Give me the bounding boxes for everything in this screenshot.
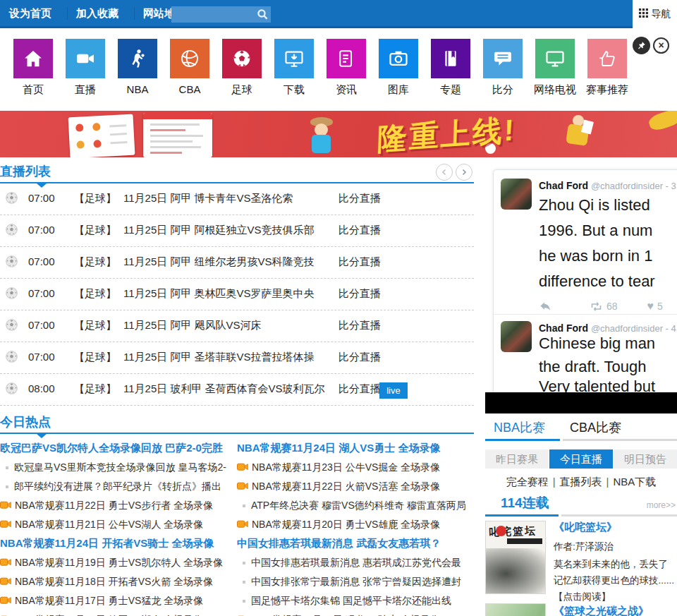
close-icon[interactable]: × (653, 37, 669, 54)
news-item[interactable]: NBA常规赛11月23日 公牛VS掘金 全场录像 (237, 458, 474, 477)
news-item[interactable]: 中国女排惠若琪最新消息 惠若琪成江苏党代会最 (237, 553, 474, 572)
tile-label: 专题 (440, 83, 461, 97)
tile-news[interactable]: 资讯 (320, 39, 372, 97)
tile-webtv[interactable]: 网络电视 (529, 39, 581, 97)
tile-home[interactable]: 首页 (7, 39, 59, 97)
match-title[interactable]: 11月25日 阿甲 博卡青年VS圣洛伦索 (123, 192, 293, 205)
live-row[interactable]: 07:00 【足球】 11月25日 阿甲 奥林匹奥VS罗萨里奥中央 比分直播 (0, 279, 474, 310)
tile-topics[interactable]: 专题 (425, 39, 477, 97)
read-link[interactable]: 【点击阅读】 (554, 588, 677, 605)
news-item[interactable]: NBA常规赛11月17日 勇士VS猛龙 全场录像 (0, 591, 233, 610)
set-homepage-link[interactable]: 设为首页 (9, 0, 51, 26)
news-item[interactable]: 欧冠皇马VS里斯本竞技全场录像回放 皇马客场2- (0, 458, 233, 477)
news-headline[interactable]: NBA常规赛11月24日 开拓者VS骑士 全场录像 (0, 534, 233, 553)
news-item[interactable]: NBA常规赛11月19日 勇士VS凯尔特人 全场录像 (0, 553, 233, 572)
home-icon (13, 39, 53, 78)
match-time: 07:00 (28, 192, 55, 204)
like-icon[interactable]: ♥5 (647, 300, 663, 313)
tab-cba[interactable]: CBA比赛 (570, 419, 621, 436)
next-arrow-icon[interactable] (456, 164, 472, 181)
book-title-link[interactable]: 《叱咤篮坛》 (554, 521, 677, 534)
news-item[interactable]: NBA常规赛11月22日 火箭VS活塞 全场录像 (237, 477, 474, 496)
bullet-icon (6, 466, 8, 469)
match-time: 07:00 (28, 351, 55, 363)
match-title[interactable]: 11月25日 阿甲 飓风队VS河床 (123, 319, 262, 332)
thumbs-up-icon (587, 39, 627, 78)
news-item[interactable]: NBA常规赛11月16日 猛龙VS骑士 全场录像 (237, 610, 474, 616)
news-item[interactable]: 中国女排张常宁最新消息 张常宁曾疑因选择遭封 (237, 572, 474, 591)
live-row[interactable]: 07:00 【足球】 11月25日 阿甲 阿根廷独立VS竞技俱乐部 比分直播 (0, 215, 474, 247)
live-list-link[interactable]: 直播列表 (560, 476, 602, 488)
promo-banner[interactable]: 隆重上线! (0, 111, 677, 157)
book-cover[interactable] (485, 603, 546, 616)
video-camera-icon (66, 39, 105, 78)
download-monitor-icon (274, 39, 314, 78)
tile-cba[interactable]: CBA (164, 39, 216, 97)
search-input[interactable] (174, 6, 256, 24)
score-live-link[interactable]: 比分直播 (338, 287, 381, 301)
match-title[interactable]: 11月25日 阿甲 圣塔菲联VS拉普拉塔体操 (123, 351, 315, 364)
camera-icon (237, 519, 248, 531)
more-link[interactable]: more>> (647, 500, 676, 510)
news-item[interactable]: NBA常规赛11月18日 开拓者VS火箭 全场录像 (0, 572, 233, 591)
score-live-link[interactable]: 比分直播 (338, 319, 381, 332)
news-headline[interactable]: 欧冠巴萨VS凯尔特人全场录像回放 巴萨2-0完胜 (0, 439, 233, 458)
news-item[interactable]: NBA常规赛11月16日 篮网VS湖人 全场录像 (0, 610, 233, 616)
match-title[interactable]: 11月25日 阿甲 纽维尔老男孩VS科隆竞技 (123, 255, 315, 269)
book-title-link[interactable]: 《篮球之光碳之战》 (554, 605, 677, 616)
news-headline[interactable]: NBA常规赛11月24日 湖人VS勇士 全场录像 (237, 439, 474, 458)
retweet-icon[interactable]: 68 (590, 301, 618, 312)
soccer-ball-icon (6, 287, 18, 301)
news-item[interactable]: NBA常规赛11月22日 勇士VS步行者 全场录像 (0, 496, 233, 515)
news-item[interactable]: 国足憾平卡塔尔集锦 国足憾平卡塔尔还能出线 (237, 591, 474, 610)
live-row[interactable]: 07:00 【足球】 11月25日 阿甲 飓风队VS河床 比分直播 (0, 310, 474, 342)
subtab-today[interactable]: 今日直播 (549, 449, 613, 469)
news-item[interactable]: NBA常规赛11月21日 公牛VS湖人 全场录像 (0, 515, 233, 534)
search-icon[interactable] (257, 8, 269, 23)
nba-download-link[interactable]: NBA下载 (613, 476, 656, 488)
score-live-link[interactable]: 比分直播 (338, 192, 381, 205)
subtab-yesterday[interactable]: 昨日赛果 (485, 449, 549, 469)
nav-menu-button[interactable]: 导航 (633, 0, 677, 28)
reply-icon[interactable] (539, 301, 551, 312)
live-badge[interactable]: live (379, 382, 408, 399)
tile-label: 比分 (492, 83, 513, 97)
live-row[interactable]: 07:00 【足球】 11月25日 阿甲 圣塔菲联VS拉普拉塔体操 比分直播 (0, 342, 474, 374)
score-live-link[interactable]: 比分直播 (338, 351, 381, 364)
prev-arrow-icon[interactable] (436, 164, 453, 181)
score-live-link[interactable]: 比分直播 (338, 382, 381, 396)
add-favorite-link[interactable]: 加入收藏 (76, 0, 118, 26)
tweet-meta: @chadfordinsider - 3 (591, 181, 676, 191)
news-item[interactable]: NBA常规赛11月20日 勇士VS雄鹿 全场录像 (237, 515, 474, 534)
match-title[interactable]: 11月25日 阿甲 阿根廷独立VS竞技俱乐部 (123, 224, 315, 237)
tile-live[interactable]: 直播 (59, 39, 111, 97)
tile-download[interactable]: 下载 (268, 39, 320, 97)
tweet-author: Chad Ford @chadfordinsider - 3 (539, 180, 676, 191)
cover-band (507, 538, 542, 544)
tile-nba[interactable]: NBA (111, 39, 164, 97)
match-time: 07:00 (28, 319, 55, 331)
book-cover[interactable]: 叱咤篮坛 (485, 521, 546, 594)
match-title[interactable]: 11月25日 玻利甲 圣荷西体育会VS玻利瓦尔 (123, 382, 325, 396)
tile-football[interactable]: 足球 (216, 39, 268, 97)
news-headline[interactable]: 中国女排惠若琪最新消息 武磊女友惠若琪？ (237, 534, 474, 553)
pin-button[interactable] (633, 37, 650, 54)
match-tag: 【足球】 (74, 351, 116, 364)
tab-nba[interactable]: NBA比赛 (494, 419, 545, 436)
live-row[interactable]: 07:00 【足球】 11月25日 阿甲 纽维尔老男孩VS科隆竞技 比分直播 (0, 247, 474, 279)
live-row[interactable]: 07:00 【足球】 11月25日 阿甲 博卡青年VS圣洛伦索 比分直播 (0, 183, 474, 215)
subtab-tomorrow[interactable]: 明日预告 (614, 449, 677, 469)
news-item[interactable]: ATP年终总决赛 穆雷VS德约科维奇 穆雷直落两局 (237, 496, 474, 515)
tile-scores[interactable]: 比分 (477, 39, 529, 97)
news-item[interactable]: 郎平续约没有进展？郎平纪录片《转折点》播出 (0, 477, 233, 496)
tweet-text-line: difference to tear (539, 269, 655, 294)
match-title[interactable]: 11月25日 阿甲 奥林匹奥VS罗萨里奥中央 (123, 287, 315, 301)
full-schedule-link[interactable]: 完全赛程 (506, 476, 549, 488)
tile-gallery[interactable]: 图库 (372, 39, 425, 97)
tile-label: 图库 (388, 83, 409, 97)
schedule-links: 完全赛程|直播列表|NBA下载 (485, 476, 677, 489)
tile-recommend[interactable]: 赛事推荐 (581, 39, 633, 97)
live-row[interactable]: 08:00 【足球】 11月25日 玻利甲 圣荷西体育会VS玻利瓦尔 比分直播 … (0, 374, 474, 406)
score-live-link[interactable]: 比分直播 (338, 224, 381, 237)
score-live-link[interactable]: 比分直播 (338, 255, 381, 269)
